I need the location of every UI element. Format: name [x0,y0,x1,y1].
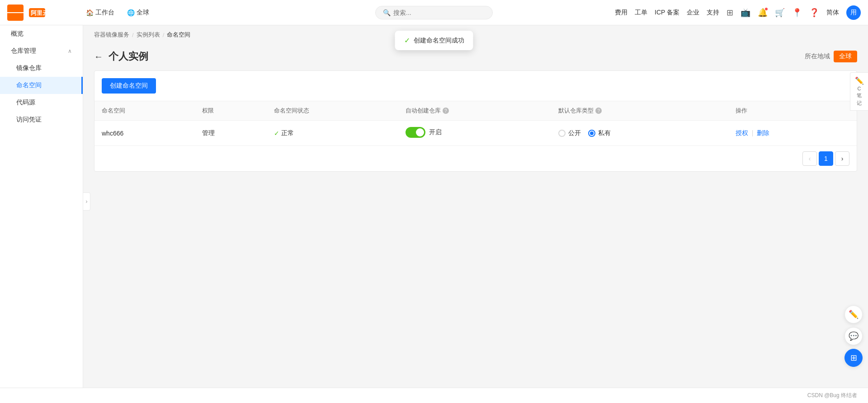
breadcrumb-item-2[interactable]: 实例列表 [137,31,160,39]
toast-notification: ✓ 创建命名空间成功 [395,31,473,50]
sidebar-item-mirror-repo[interactable]: 镜像仓库 [0,60,83,77]
bottom-bar-text: CSDN @Bug 终结者 [807,392,857,398]
nav-workorder[interactable]: 工单 [635,9,647,17]
content-area: 容器镜像服务 / 实例列表 / 命名空间 ← 个人实例 所在地域 全球 创建命名… [83,25,868,403]
main-layout: 概览 仓库管理 ∧ 镜像仓库 命名空间 代码源 访问凭证 › 容器镜像服务 / … [0,25,868,403]
sidebar-item-overview[interactable]: 概览 [0,25,83,42]
float-chat-button[interactable]: 💬 [844,327,863,345]
nav-enterprise[interactable]: 企业 [687,9,699,17]
search-box: 🔍 [375,6,493,19]
globe-icon: 🌐 [127,9,135,16]
sidebar-item-access-cred[interactable]: 访问凭证 [0,111,83,128]
region-selector: 所在地域 全球 [805,51,857,62]
float-edit-button[interactable]: ✏️ [844,305,863,323]
col-auto-create: 自动创建仓库 ? [398,101,552,121]
pagination-prev[interactable]: ‹ [802,151,817,166]
namespace-table: 命名空间 权限 命名空间状态 自动创建仓库 ? [94,101,857,145]
pagination-next[interactable]: › [835,151,849,166]
pagination-page-1[interactable]: 1 [819,151,833,166]
nav-global[interactable]: 🌐 全球 [122,6,155,19]
nav-links: 🏠 工作台 🌐 全球 [80,6,155,19]
edit-icon: ✏️ [855,76,864,85]
cell-permission: 管理 [195,121,267,146]
home-icon: 🏠 [86,9,94,16]
region-button[interactable]: 全球 [834,51,857,62]
back-button[interactable]: ← [94,52,103,62]
chevron-up-icon: ∧ [68,48,72,54]
grid-icon[interactable]: ⊞ [726,8,733,18]
float-grid-button[interactable]: ⊞ [844,349,863,367]
radio-private-outer [588,130,595,137]
toast-message: 创建命名空间成功 [414,37,464,45]
sidebar-item-namespace[interactable]: 命名空间 [0,77,83,94]
region-label: 所在地域 [805,52,830,61]
nav-cost[interactable]: 费用 [615,9,627,17]
repo-type-radio-group: 公开 私有 [558,129,721,137]
col-namespace: 命名空间 [94,101,195,121]
nav-support[interactable]: 支持 [707,9,719,17]
location-icon[interactable]: 📍 [792,8,802,18]
right-panel-notes[interactable]: ✏️ C 笔 记 [850,72,868,111]
toggle-switch[interactable] [406,127,425,138]
breadcrumb: 容器镜像服务 / 实例列表 / 命名空间 [83,25,868,44]
breadcrumb-sep-1: / [132,32,134,38]
bottom-bar: CSDN @Bug 终结者 [0,388,868,403]
pagination: ‹ 1 › [94,145,857,171]
logo[interactable]: 阿里云 [29,5,70,20]
default-type-help-icon[interactable]: ? [595,108,602,114]
search-input[interactable] [393,9,484,16]
toggle-knob [416,128,424,136]
cell-status: ✓ 正常 [267,121,398,146]
tv-icon[interactable]: 📺 [741,8,750,18]
sidebar: 概览 仓库管理 ∧ 镜像仓库 命名空间 代码源 访问凭证 [0,25,83,403]
auto-create-toggle[interactable]: 开启 [406,127,442,138]
action-separator: | [752,129,754,136]
search-icon: 🔍 [383,9,391,16]
page-title-row: ← 个人实例 [94,50,148,63]
help-icon[interactable]: ❓ [809,8,819,18]
breadcrumb-item-1[interactable]: 容器镜像服务 [94,31,129,39]
radio-private[interactable]: 私有 [588,129,611,137]
table-container: 创建命名空间 命名空间 权限 命名空间状态 [94,70,857,172]
topnav-right: 费用 工单 ICP 备案 企业 支持 ⊞ 📺 🔔 🛒 📍 ❓ 简体 用 [615,5,861,20]
float-buttons: ✏️ 💬 ⊞ [844,305,863,367]
cell-default-type: 公开 私有 [551,121,728,146]
right-panel: ✏️ C 笔 记 [850,72,868,111]
page-header: ← 个人实例 所在地域 全球 [83,44,868,70]
breadcrumb-current: 命名空间 [167,31,190,39]
breadcrumb-sep-2: / [163,32,165,38]
topnav: 阿里云 🏠 工作台 🌐 全球 🔍 费用 工单 ICP 备案 企业 支持 ⊞ 📺 … [0,0,868,25]
table-toolbar: 创建命名空间 [94,71,857,101]
svg-text:阿里云: 阿里云 [31,9,48,16]
auto-create-help-icon[interactable]: ? [443,108,449,114]
table-row: whc666 管理 ✓ 正常 [94,121,857,146]
cell-namespace: whc666 [94,121,195,146]
radio-private-inner [590,131,594,135]
nav-workbench[interactable]: 🏠 工作台 [80,6,120,19]
col-default-type: 默认仓库类型 ? [551,101,728,121]
col-actions: 操作 [728,101,857,121]
col-status: 命名空间状态 [267,101,398,121]
radio-public[interactable]: 公开 [558,129,581,137]
create-namespace-button[interactable]: 创建命名空间 [102,78,156,94]
sidebar-group-repo-mgmt[interactable]: 仓库管理 ∧ [0,42,83,60]
notification-dot [765,8,768,10]
table-header-row: 命名空间 权限 命名空间状态 自动创建仓库 ? [94,101,857,121]
status-check-icon: ✓ [274,130,279,137]
cart-icon[interactable]: 🛒 [775,8,785,18]
page-title: 个人实例 [108,50,148,63]
cell-auto-create: 开启 [398,121,552,146]
bell-icon[interactable]: 🔔 [758,8,768,18]
menu-button[interactable] [7,5,24,21]
delete-link[interactable]: 删除 [757,129,769,136]
sidebar-collapse-button[interactable]: › [83,192,90,211]
nav-icp[interactable]: ICP 备案 [655,9,679,17]
col-permission: 权限 [195,101,267,121]
sidebar-item-code-source[interactable]: 代码源 [0,94,83,111]
lang-switch[interactable]: 简体 [826,9,839,17]
radio-public-outer [558,130,566,137]
toast-success-icon: ✓ [404,36,410,45]
avatar[interactable]: 用 [846,5,861,20]
cell-actions: 授权 | 删除 [728,121,857,146]
authorize-link[interactable]: 授权 [736,129,748,136]
